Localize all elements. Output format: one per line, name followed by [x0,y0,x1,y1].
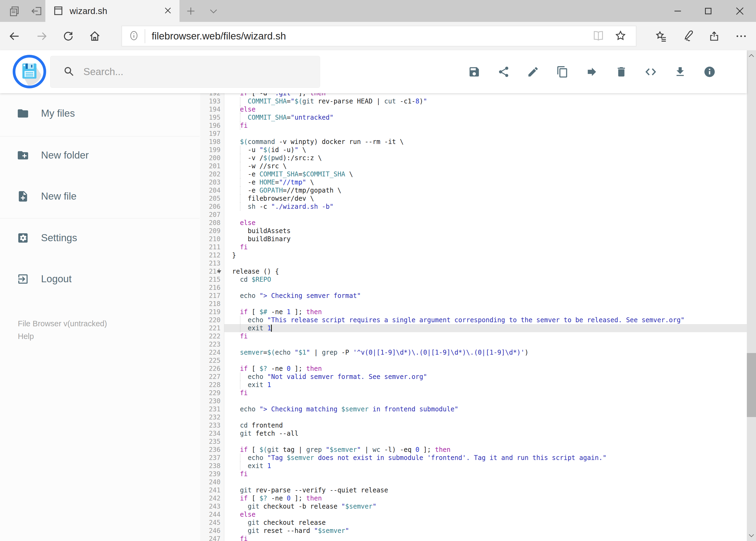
code-line-text[interactable]: if [ $? -ne 0 ]; then [224,365,747,373]
minimize-icon[interactable] [665,0,690,22]
code-line-text[interactable] [224,340,747,348]
code-line-text[interactable] [224,437,747,446]
code-line[interactable]: 239 fi [200,470,747,478]
code-line[interactable]: 207 [200,211,747,219]
code-line[interactable]: 232 [200,413,747,421]
code-line-text[interactable]: sh -c "./wizard.sh -b" [224,203,747,211]
code-line-text[interactable]: git fetch --all [224,429,747,437]
new-tab-icon[interactable] [180,0,201,22]
code-line-text[interactable]: echo "Not valid semver format. See semve… [224,373,747,381]
code-line-text[interactable] [224,130,747,138]
code-line-text[interactable] [224,283,747,292]
code-line-text[interactable]: fi [224,535,747,541]
code-line-text[interactable] [224,478,747,486]
code-line-text[interactable]: -e COMMIT_SHA=$COMMIT_SHA \ [224,170,747,178]
code-line-text[interactable] [224,259,747,268]
reading-view-icon[interactable] [592,29,605,43]
code-line[interactable]: 219 if [ $# -ne 1 ]; then [200,308,747,316]
code-line[interactable]: 203 -e HOME="//tmp" \ [200,178,747,186]
more-options-icon[interactable] [729,22,753,50]
code-line-text[interactable]: } [224,251,747,259]
code-line[interactable]: 194 else [200,105,747,114]
hub-icon[interactable] [649,22,673,50]
code-line[interactable]: 214release () { [200,268,747,275]
web-note-pen-icon[interactable] [676,22,700,50]
code-line-text[interactable]: semver=$(echo "$1" | grep -P '^v(0|[1-9]… [224,348,747,356]
move-button[interactable] [577,57,607,87]
delete-button[interactable] [607,57,636,87]
code-line-text[interactable]: fi [224,122,747,130]
code-line-text[interactable]: -u "$(id -u)" \ [224,146,747,154]
set-aside-tabs-icon[interactable] [26,0,48,22]
code-line[interactable]: 241 git rev-parse --verify --quiet relea… [200,486,747,494]
code-line[interactable]: 199 -u "$(id -u)" \ [200,146,747,154]
sidebar-item-new-file[interactable]: New file [0,184,200,209]
code-line[interactable]: 223 [200,340,747,348]
code-line[interactable]: 243 git checkout -b release "$semver" [200,502,747,510]
code-line[interactable]: 210 buildBinary [200,235,747,243]
code-line[interactable]: 245 git checkout release [200,519,747,527]
code-line[interactable]: 198 $(command -v winpty) docker run --rm… [200,138,747,146]
code-line[interactable]: 205 filebrowser/dev \ [200,195,747,203]
code-line-text[interactable]: $(command -v winpty) docker run --rm -it… [224,138,747,146]
code-line[interactable]: 216 [200,283,747,292]
copy-button[interactable] [548,57,577,87]
code-line-text[interactable]: fi [224,332,747,340]
sidebar-item-my-files[interactable]: My files [0,101,200,126]
code-line-text[interactable] [224,300,747,308]
scroll-down-icon[interactable] [747,530,756,541]
code-line[interactable]: 204 -e GOPATH=//tmp/gopath \ [200,186,747,195]
code-line-text[interactable]: release () { [224,268,747,275]
code-line[interactable]: 193 COMMIT_SHA="$(git rev-parse HEAD | c… [200,97,747,105]
favorite-star-icon[interactable] [614,29,627,43]
code-line[interactable]: 202 -e COMMIT_SHA=$COMMIT_SHA \ [200,170,747,178]
refresh-icon[interactable] [56,22,81,50]
code-line[interactable]: 234 git fetch --all [200,429,747,437]
code-line[interactable]: 228 exit 1 [200,381,747,389]
code-line-text[interactable]: else [224,105,747,114]
code-line-text[interactable]: cd $REPO [224,275,747,283]
code-line[interactable]: 236 if [ $(git tag | grep "$semver" | wc… [200,446,747,454]
code-line-text[interactable]: -w //src \ [224,162,747,170]
close-tab-icon[interactable] [163,6,172,16]
code-line-text[interactable] [224,397,747,405]
code-line[interactable]: 222 fi [200,332,747,340]
code-line[interactable]: 217 echo "> Checking semver format" [200,292,747,300]
save-button[interactable] [459,57,489,87]
code-line-text[interactable]: if [ $? -ne 0 ]; then [224,494,747,502]
code-line[interactable]: 215 cd $REPO [200,275,747,283]
share-page-icon[interactable] [702,22,727,50]
forward-icon[interactable] [30,22,54,50]
code-line[interactable]: 238 exit 1 [200,462,747,470]
code-line[interactable]: 212} [200,251,747,259]
code-line[interactable]: 230 [200,397,747,405]
code-line-text[interactable]: if [ $(git tag | grep "$semver" | wc -l)… [224,446,747,454]
code-line-text[interactable]: buildAssets [224,227,747,235]
fold-marker-icon[interactable] [217,270,221,273]
code-line[interactable]: 237 echo "Tag $semver does not exist in … [200,454,747,462]
code-line[interactable]: 192 if [ -d ".git" ]; then [200,93,747,97]
code-line-text[interactable]: exit 1 [224,381,747,389]
code-editor[interactable]: 192 if [ -d ".git" ]; then193 COMMIT_SHA… [200,93,747,541]
code-line-text[interactable]: -v /$(pwd):/src:z \ [224,154,747,162]
code-line-text[interactable]: echo "> Checking matching $semver in fro… [224,405,747,413]
code-line-text[interactable]: if [ -d ".git" ]; then [224,93,747,97]
info-button[interactable] [695,57,724,87]
code-line[interactable]: 246 git reset --hard "$semver" [200,527,747,535]
code-line-text[interactable]: echo "> Checking semver format" [224,292,747,300]
code-line-text[interactable]: echo "This release script requires a sin… [224,316,747,324]
code-line-text[interactable]: fi [224,389,747,397]
code-line[interactable]: 221 exit 1 [200,324,747,332]
search-input[interactable]: Search... [50,56,320,88]
file-browser-logo[interactable] [12,54,47,90]
url-text[interactable]: filebrowser.web/files/wizard.sh [152,31,592,42]
code-line-text[interactable]: git checkout release [224,519,747,527]
maximize-icon[interactable] [696,0,720,22]
sidebar-item-new-folder[interactable]: New folder [0,143,200,168]
code-line[interactable]: 244 else [200,510,747,519]
code-line-text[interactable]: echo "Tag $semver does not exist in subm… [224,454,747,462]
code-line[interactable]: 206 sh -c "./wizard.sh -b" [200,203,747,211]
tab-preview-icon[interactable] [4,0,25,22]
code-line-text[interactable] [224,211,747,219]
code-button[interactable] [636,57,665,87]
